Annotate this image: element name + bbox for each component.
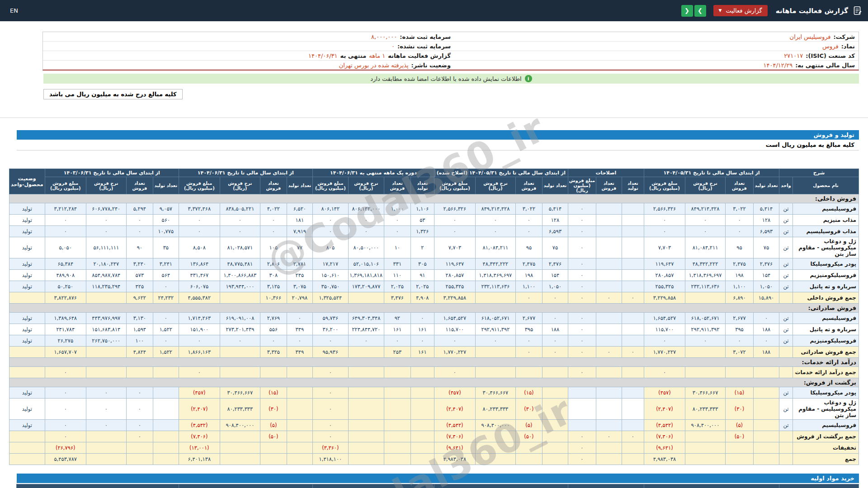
- table-row: جمع فروش صادراتی۱۸۸۳,۰۷۲۱,۷۷۰,۲۲۷۰۰۰۰۰۱,…: [9, 347, 859, 358]
- table-cell: ۰: [568, 335, 596, 347]
- table-cell: ۰: [596, 292, 622, 304]
- table-cell: ۱,۳۶۹,۱۸۱,۸۱۸: [348, 270, 384, 281]
- table-cell: ۱۶۱: [410, 324, 434, 335]
- table-cell: ۰: [726, 335, 754, 347]
- table-cell: ۳۵۰,۷۵۰: [312, 281, 348, 292]
- table-cell: [754, 442, 779, 454]
- table-cell: ۰: [220, 335, 260, 347]
- info-value: پذیرفته شده در بورس تهران: [339, 62, 409, 69]
- info-label: سرمایه ثبت شده:: [400, 33, 451, 40]
- table-cell: ۲,۰۲۵: [410, 281, 434, 292]
- product-name-cell: جمع فروش صادراتی: [793, 347, 859, 358]
- table-cell: ۱۵۱,۹۰۰: [179, 324, 220, 335]
- table-cell: ۱۰: [384, 237, 410, 258]
- table-cell: ۴۴۳,۹۷۶,۹۹۷: [86, 313, 126, 324]
- table-cell: ۱,۵۲۲: [153, 347, 179, 358]
- table-cell: ۱۱۸,۲۳۵,۲۹۴: [86, 281, 126, 292]
- report-type-dropdown[interactable]: گزارش فعالیت ▼: [713, 5, 768, 16]
- table-cell: ۷۷: [287, 237, 312, 258]
- status-cell: [9, 454, 45, 465]
- table-cell: ۰: [86, 399, 126, 420]
- table-cell: ۰: [312, 335, 348, 347]
- table-cell: ۱,۷۷۰,۲۲۷: [434, 347, 475, 358]
- table-cell: ۱۸۸: [754, 347, 779, 358]
- table-cell: ۶۱۸,۰۵۲,۶۷۱: [685, 313, 726, 324]
- table-cell: [622, 367, 644, 378]
- table-cell: ۹۲: [384, 313, 410, 324]
- previous-report-button[interactable]: ❮: [681, 5, 693, 17]
- table-cell: ۰: [384, 226, 410, 237]
- table-cell: ۰: [515, 335, 542, 347]
- table-cell: [410, 431, 434, 442]
- table-cell: [410, 367, 434, 378]
- table-cell: ۱۹۳,۹۴۴,۰۰۰: [220, 281, 260, 292]
- top-bar-right-cluster: گزارش فعالیت ماهانه گزارش فعالیت ▼ ❯ ❮: [681, 5, 862, 17]
- table-cell: [384, 431, 410, 442]
- table-cell: [220, 292, 260, 304]
- table-cell: [384, 442, 410, 454]
- table-cell: (۱۳,۰۰۱): [179, 442, 220, 454]
- table-cell: ۰: [179, 226, 220, 237]
- table-cell: ۰: [568, 203, 596, 215]
- table-cell: ۱۷۳,۲۰۹,۸۷۷: [348, 281, 384, 292]
- table-cell: ۳۹۵: [726, 324, 754, 335]
- table-cell: ۲۵۵,۳۲۵: [644, 281, 685, 292]
- table-cell: ۳۴۹: [287, 324, 312, 335]
- status-cell: تولید: [9, 237, 45, 258]
- table-cell: ۶۱۹,۰۹۱,۰۰۸: [220, 313, 260, 324]
- table-cell: ۰: [568, 431, 596, 442]
- table-cell: ۱۳۶,۸۶۴: [179, 258, 220, 270]
- table-cell: [622, 270, 644, 281]
- table-cell: [622, 420, 644, 431]
- info-label: کد صنعت (ISIC):: [806, 52, 855, 59]
- table-cell: ۲,۸۰۶: [260, 258, 287, 270]
- table-cell: ۲,۵۶۶,۳۲۶: [434, 203, 475, 215]
- table-cell: (۵۰): [726, 431, 754, 442]
- info-pair: گزارش فعالیت ماهانه۱ ماههمنتهی به۱۴۰۴/۰۶…: [47, 52, 451, 59]
- table-cell: ۰: [126, 431, 153, 442]
- table-cell: (۷,۴۰۶): [644, 431, 685, 442]
- table-cell: ۶,۴۰۱,۱۳۸: [179, 454, 220, 465]
- table-cell: ۰: [568, 324, 596, 335]
- unit-cell: تن: [779, 324, 793, 335]
- table-cell: ۱,۴۱۸,۱۰۰: [312, 454, 348, 465]
- table-cell: [287, 387, 312, 399]
- table-cell: ۳,۲۱۲,۲۸۴: [45, 203, 86, 215]
- status-cell: تولید: [9, 399, 45, 420]
- table-cell: ۱,۰۰۰: [384, 203, 410, 215]
- column-header: تعداد فروش: [260, 177, 287, 194]
- column-header: مبلغ فروش (میلیون ریال): [568, 177, 596, 194]
- table-cell: ۰: [260, 335, 287, 347]
- table-cell: ۵۳: [410, 215, 434, 226]
- table-cell: [384, 399, 410, 420]
- table-cell: [260, 454, 287, 465]
- table-cell: [622, 226, 644, 237]
- next-report-button[interactable]: ❯: [694, 5, 706, 17]
- table-cell: [568, 387, 596, 399]
- section-row-label: فروش داخلی:: [9, 194, 859, 203]
- table-cell: ۰: [86, 387, 126, 399]
- table-row: جمع فروش داخلی۱۵,۸۹۰۶,۸۹۰۳,۲۲۹,۸۵۸۰۰۰۰۰۳…: [9, 292, 859, 304]
- column-header: نام محصول: [793, 177, 859, 194]
- table-cell: ۸۴۹,۲۱۴,۴۲۸: [475, 203, 515, 215]
- table-cell: ۴۸۹,۹۰۸: [45, 270, 86, 281]
- section-header-raw-materials: خرید مواد اولیه: [17, 474, 859, 483]
- language-toggle[interactable]: EN: [10, 7, 18, 14]
- table-cell: ۵۶۰: [153, 215, 179, 226]
- column-header: اصلاحات: [568, 169, 644, 177]
- table-cell: ۸۱,۰۲۸,۵۷۱: [220, 237, 260, 258]
- table-cell: (۲,۴۰۷): [179, 399, 220, 420]
- table-cell: ۱۵۱,۶۸۳,۸۱۴: [86, 324, 126, 335]
- table-cell: ۱۵,۸۹۰: [754, 292, 779, 304]
- info-row: کد صنعت (ISIC):۲۷۱۰۱۷گزارش فعالیت ماهانه…: [43, 51, 859, 61]
- table-cell: (۳۰): [260, 399, 287, 420]
- table-cell: ۲۲۴,۸۴۴,۷۲۰: [348, 324, 384, 335]
- unit-cell: تن: [779, 399, 793, 420]
- table-cell: ۱۱۰: [384, 270, 410, 281]
- table-cell: [475, 442, 515, 454]
- table-cell: ۷۵: [542, 237, 568, 258]
- table-cell: (۷,۴۰۶): [434, 431, 475, 442]
- table-cell: ۸,۵۰۸: [179, 237, 220, 258]
- info-pair: شرکت:فروسیلیس ایران: [451, 33, 855, 40]
- table-cell: ۰: [622, 347, 644, 358]
